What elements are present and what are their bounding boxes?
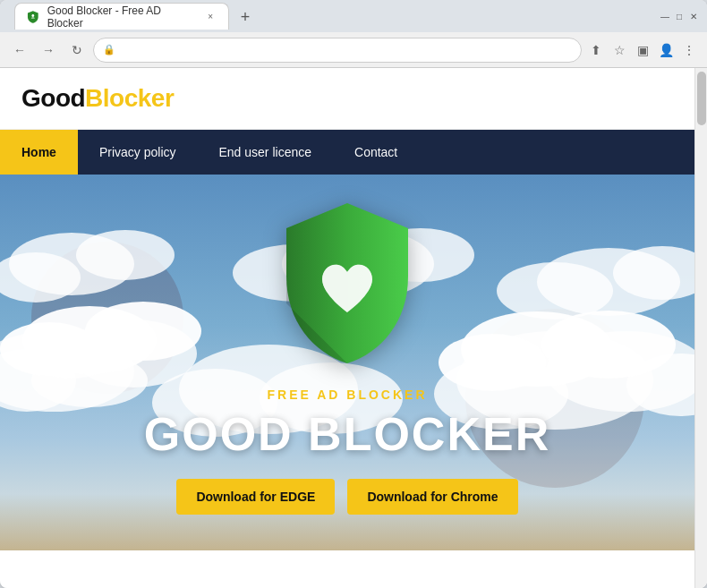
close-button[interactable]: ✕ (687, 10, 700, 22)
download-edge-button[interactable]: Download for EDGE (176, 479, 335, 515)
active-tab[interactable]: Good Blocker - Free AD Blocker × (14, 3, 229, 30)
tab-bar: Good Blocker - Free AD Blocker × + (7, 3, 265, 30)
hero-subtitle: FREE AD BLOCKER (267, 388, 427, 402)
logo-blocker: Blocker (85, 84, 174, 112)
lock-icon: 🔒 (103, 44, 115, 55)
forward-button[interactable]: → (36, 38, 61, 63)
download-chrome-button[interactable]: Download for Chrome (347, 479, 517, 515)
tab-title: Good Blocker - Free AD Blocker (47, 4, 197, 30)
toolbar-right: ⬆ ☆ ▣ 👤 ⋮ (585, 39, 700, 61)
nav-item-home[interactable]: Home (0, 130, 78, 175)
svg-point-17 (497, 262, 613, 320)
nav-item-licence[interactable]: End user licence (198, 130, 334, 175)
svg-point-19 (76, 230, 175, 280)
shield-icon (276, 196, 419, 366)
svg-point-29 (85, 302, 201, 361)
browser-content-wrapper: GoodBlocker Home Privacy policy End user… (0, 68, 707, 588)
browser-window: Good Blocker - Free AD Blocker × + — □ ✕… (0, 0, 707, 588)
svg-point-25 (439, 334, 546, 391)
menu-icon[interactable]: ⋮ (678, 39, 700, 61)
new-tab-button[interactable]: + (233, 4, 258, 30)
tab-favicon (26, 10, 40, 24)
profile-icon[interactable]: 👤 (655, 39, 677, 61)
svg-point-26 (541, 311, 676, 379)
nav-item-privacy[interactable]: Privacy policy (78, 130, 198, 175)
restore-button[interactable]: □ (673, 10, 686, 22)
share-icon[interactable]: ⬆ (585, 39, 607, 61)
back-button[interactable]: ← (7, 38, 32, 63)
window-controls: — □ ✕ (659, 10, 700, 22)
scrollbar-track[interactable] (694, 68, 707, 588)
scrollbar-thumb[interactable] (697, 72, 706, 125)
reader-icon[interactable]: ▣ (632, 39, 653, 61)
address-bar[interactable]: 🔒 (93, 38, 582, 63)
hero-title: GOOD BLOCKER (144, 407, 550, 461)
site-logo[interactable]: GoodBlocker (21, 84, 673, 113)
bookmark-icon[interactable]: ☆ (609, 39, 630, 61)
hero-buttons: Download for EDGE Download for Chrome (176, 479, 517, 515)
minimize-button[interactable]: — (659, 10, 671, 22)
logo-good: Good (21, 84, 85, 112)
hero-section: FREE AD BLOCKER GOOD BLOCKER Download fo… (0, 175, 694, 550)
reload-button[interactable]: ↻ (64, 38, 89, 63)
nav-item-contact[interactable]: Contact (333, 130, 419, 175)
browser-content: GoodBlocker Home Privacy policy End user… (0, 68, 694, 588)
svg-point-28 (0, 322, 98, 376)
title-bar: Good Blocker - Free AD Blocker × + — □ ✕ (0, 0, 707, 32)
nav-bar: Home Privacy policy End user licence Con… (0, 130, 694, 175)
shield-container (276, 196, 419, 370)
site-header: GoodBlocker (0, 68, 694, 130)
address-bar-row: ← → ↻ 🔒 ⬆ ☆ ▣ 👤 ⋮ (0, 32, 707, 68)
tab-close-button[interactable]: × (203, 10, 217, 24)
